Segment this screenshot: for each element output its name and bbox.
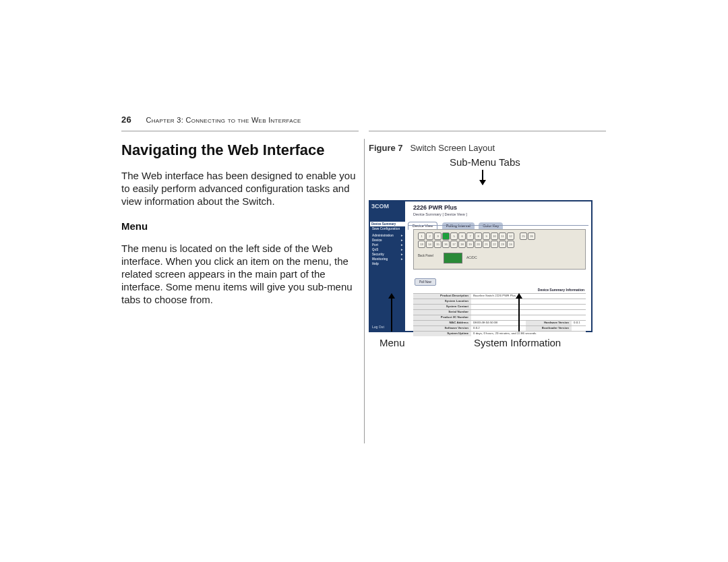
port-icon[interactable]: 19 (466, 241, 474, 248)
ports-row-1: 123456789101112 2526 (418, 232, 535, 240)
table-row: System Uptime0 days, 0 hours, 20 minutes… (413, 331, 586, 336)
poll-now-button[interactable]: Poll Now (415, 278, 436, 286)
port-icon[interactable]: 22 (491, 241, 498, 248)
port-icon[interactable]: 9 (483, 232, 490, 240)
logout-link[interactable]: Log Out (372, 325, 384, 329)
port-icon[interactable]: 3 (434, 232, 442, 240)
table-row: Serial Number (413, 309, 586, 315)
table-row: Product DescriptionBaseline Switch 2226 … (413, 293, 586, 299)
table-row: System Contact (413, 304, 586, 309)
menu-heading: Menu (121, 220, 359, 232)
menu-paragraph: The menu is located on the left side of … (121, 242, 359, 307)
table-row: MAC Address08:00:4E:34:50:38Hardware Ver… (413, 320, 586, 325)
port-icon[interactable]: 16 (442, 241, 450, 248)
port-icon[interactable]: 20 (475, 241, 482, 248)
callout-system-info: System Information (474, 337, 561, 348)
switch-screenshot: 3COM Device Summary Save Configuration A… (369, 200, 593, 332)
port-icon[interactable]: 1 (418, 232, 425, 240)
table-row: Product 3C Number (413, 315, 586, 320)
intro-paragraph: The Web interface has been designed to e… (121, 169, 359, 208)
port-icon[interactable]: 10 (491, 232, 498, 240)
port-icon[interactable]: 23 (499, 241, 506, 248)
callout-sub-menu-tabs: Sub-Menu Tabs (450, 156, 520, 168)
right-column: Figure 7 Switch Screen Layout Sub-Menu T… (369, 139, 606, 300)
psu-icon (444, 253, 462, 263)
port-icon[interactable]: 6 (458, 232, 466, 240)
tab-underline (408, 225, 588, 226)
callout-menu: Menu (380, 337, 405, 348)
table-row: Software Version0.0.2Bootloader Version (413, 325, 586, 331)
rule-left (121, 131, 359, 131)
chapter-title: Chapter 3: Connecting to the Web Interfa… (146, 116, 301, 124)
port-icon[interactable]: 18 (458, 241, 466, 248)
breadcrumb: Device Summary [ Device View ] (413, 212, 467, 216)
port-icon[interactable]: 26 (528, 232, 535, 240)
arrow-system-info (518, 294, 520, 332)
sidebar-item[interactable]: Help (372, 261, 403, 266)
sidebar-item[interactable]: Port▸ (372, 243, 403, 247)
port-icon[interactable]: 15 (434, 241, 442, 248)
port-icon[interactable]: 14 (426, 241, 433, 248)
port-icon[interactable]: 21 (483, 241, 490, 248)
table-row: System Location (413, 299, 586, 304)
port-icon[interactable]: 25 (520, 232, 527, 240)
left-column: Navigating the Web Interface The Web int… (121, 139, 359, 317)
figure-caption: Figure 7 Switch Screen Layout (369, 143, 606, 153)
figure-label: Figure 7 (369, 143, 403, 153)
sidebar-item[interactable]: QoS▸ (372, 247, 403, 252)
section-heading: Navigating the Web Interface (121, 142, 359, 159)
port-icon[interactable]: 7 (466, 232, 474, 240)
column-divider (364, 139, 365, 443)
port-icon[interactable]: 5 (450, 232, 458, 240)
sub-menu-tabs: Device View Polling Interval Color Key (408, 218, 588, 225)
arrow-menu (391, 294, 392, 332)
ports-row-2: 131415161718192021222324 (418, 241, 514, 248)
brand-logo: 3COM (371, 203, 389, 210)
device-model: 2226 PWR Plus (413, 204, 457, 211)
page-number: 26 (121, 115, 131, 125)
device-summary-table: Product DescriptionBaseline Switch 2226 … (413, 293, 586, 325)
port-icon[interactable]: 17 (450, 241, 458, 248)
sidebar-item[interactable]: Device▸ (372, 238, 403, 243)
sidebar-item[interactable]: Monitoring▸ (372, 257, 403, 261)
port-icon[interactable]: 4 (442, 232, 450, 240)
sidebar-item[interactable]: Security▸ (372, 252, 403, 257)
rule-right (369, 131, 606, 131)
sidebar-item[interactable]: Save Configuration (372, 226, 403, 231)
figure-title: Switch Screen Layout (410, 143, 495, 153)
running-head: 26 Chapter 3: Connecting to the Web Inte… (121, 116, 301, 124)
port-icon[interactable]: 2 (426, 232, 433, 240)
screenshot-sidebar: 3COM Device Summary Save Configuration A… (370, 201, 405, 331)
device-panel: 123456789101112 2526 1314151617181920212… (413, 229, 586, 270)
sidebar-item[interactable]: Device Summary (370, 222, 405, 226)
port-icon[interactable]: 8 (475, 232, 482, 240)
sidebar-item[interactable]: Administration▸ (372, 233, 403, 238)
port-icon[interactable]: 13 (418, 241, 425, 248)
acdc-label: AC/DC (466, 255, 477, 259)
table-title: Device Summary Information (538, 288, 584, 292)
arrow-sub-menu-tabs (482, 170, 483, 185)
back-panel-label: Back Panel (418, 254, 433, 257)
port-icon[interactable]: 24 (507, 241, 514, 248)
port-icon[interactable]: 11 (499, 232, 506, 240)
port-icon[interactable]: 12 (507, 232, 514, 240)
